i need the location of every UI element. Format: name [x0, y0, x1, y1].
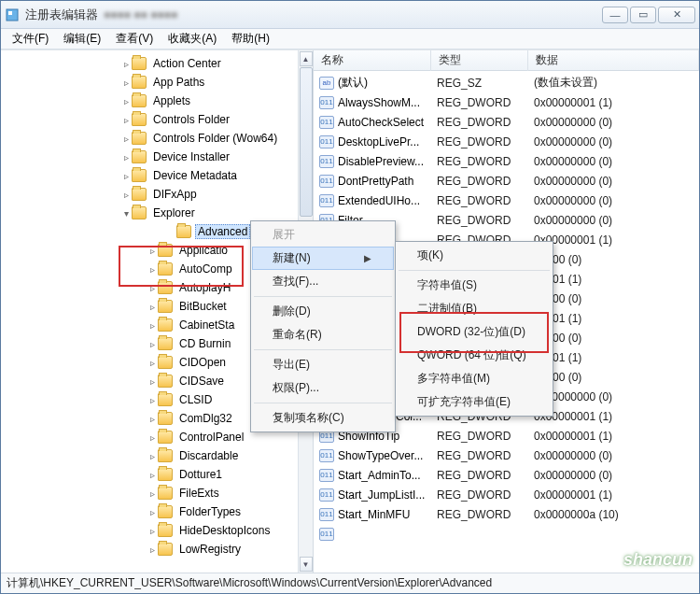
expand-arrow-icon[interactable]: ▹ — [147, 376, 158, 387]
value-row[interactable]: 011DesktopLivePr...REG_DWORD0x00000000 (… — [314, 132, 699, 151]
value-row[interactable]: 011Start_JumpListI...REG_DWORD0x00000001… — [314, 485, 699, 504]
value-row[interactable]: 011 — [314, 524, 699, 544]
expand-arrow-icon[interactable]: ▹ — [147, 544, 158, 555]
folder-icon — [158, 524, 173, 537]
expand-arrow-icon[interactable]: ▾ — [120, 208, 132, 219]
expand-arrow-icon[interactable]: ▹ — [147, 302, 158, 312]
value-row[interactable]: ab(默认)REG_SZ(数值未设置) — [314, 73, 699, 92]
window-controls: — ▭ ✕ — [602, 7, 695, 23]
ctx-new-string[interactable]: 字符串值(S) — [397, 274, 552, 297]
menu-fav[interactable]: 收藏夹(A) — [161, 29, 224, 49]
value-row[interactable]: 011DisablePreview...REG_DWORD0x00000000 … — [314, 151, 699, 171]
expand-arrow-icon[interactable]: ▹ — [147, 432, 158, 443]
tree-item[interactable]: ▹Dotture1 — [8, 465, 313, 484]
expand-arrow-icon[interactable]: ▹ — [147, 395, 158, 405]
expand-arrow-icon[interactable]: ▹ — [147, 283, 158, 293]
ctx-expand[interactable]: 展开 — [252, 223, 394, 247]
value-data: 0x00000000 (0) — [534, 469, 699, 482]
ctx-new-label: 新建(N) — [273, 250, 311, 266]
ctx-rename[interactable]: 重命名(R) — [252, 323, 394, 346]
scroll-up-icon[interactable]: ▲ — [300, 51, 313, 66]
folder-icon — [132, 57, 147, 70]
close-button[interactable]: ✕ — [658, 7, 695, 23]
col-data[interactable]: 数据 — [528, 50, 699, 71]
tree-item[interactable]: ▹App Paths — [8, 73, 313, 92]
value-row[interactable]: 011Start_MinMFUREG_DWORD0x0000000a (10) — [314, 504, 699, 524]
tree-item[interactable]: ▹DIFxApp — [8, 185, 313, 204]
value-row[interactable]: 011AutoCheckSelectREG_DWORD0x00000000 (0… — [314, 112, 699, 132]
expand-arrow-icon[interactable]: ▹ — [120, 134, 132, 144]
expand-arrow-icon[interactable]: ▹ — [147, 320, 158, 331]
value-data: 0x00000001 (1) — [534, 96, 699, 109]
menu-view[interactable]: 查看(V) — [108, 29, 161, 49]
tree-item[interactable]: ▹Device Metadata — [8, 166, 313, 185]
tree-item[interactable]: ▹Device Installer — [8, 148, 313, 166]
tree-item[interactable]: ▹Applets — [8, 92, 313, 110]
expand-arrow-icon[interactable]: ▹ — [120, 171, 132, 181]
folder-icon — [132, 132, 147, 145]
expand-arrow-icon[interactable]: ▹ — [147, 488, 158, 499]
expand-arrow-icon[interactable]: ▹ — [120, 96, 132, 106]
expand-arrow-icon[interactable]: ▹ — [120, 190, 132, 200]
ctx-new-qword[interactable]: QWORD (64 位)值(Q) — [397, 344, 552, 367]
menu-help[interactable]: 帮助(H) — [224, 29, 277, 49]
status-path: 计算机\HKEY_CURRENT_USER\Software\Microsoft… — [7, 575, 492, 591]
ctx-copykeyname[interactable]: 复制项名称(C) — [252, 406, 394, 430]
ctx-new[interactable]: 新建(N) ▶ — [252, 247, 394, 270]
tree-item[interactable]: ▾Explorer — [8, 204, 313, 222]
ctx-new-dword[interactable]: DWORD (32-位)值(D) — [397, 320, 552, 344]
expand-arrow-icon[interactable]: ▹ — [120, 59, 132, 69]
tree-item[interactable]: ▹LowRegistry — [8, 540, 313, 559]
expand-arrow-icon[interactable]: ▹ — [147, 358, 158, 368]
expand-arrow-icon[interactable]: ▹ — [147, 451, 158, 461]
expand-arrow-icon[interactable]: ▹ — [147, 246, 158, 256]
tree-item[interactable]: ▹FileExts — [8, 484, 313, 502]
context-menu-new: 项(K) 字符串值(S) 二进制值(B) DWORD (32-位)值(D) QW… — [395, 241, 553, 417]
ctx-new-expand[interactable]: 可扩充字符串值(E) — [397, 390, 552, 414]
window-title: 注册表编辑器 — [25, 7, 98, 23]
col-type[interactable]: 类型 — [431, 50, 528, 71]
minimize-button[interactable]: — — [602, 7, 628, 23]
expand-arrow-icon[interactable]: ▹ — [147, 507, 158, 517]
value-name: (默认) — [338, 75, 437, 91]
ctx-find[interactable]: 查找(F)... — [252, 270, 394, 293]
titlebar[interactable]: 注册表编辑器 ■■■■ ■■ ■■■■ — ▭ ✕ — [1, 1, 699, 29]
expand-arrow-icon[interactable]: ▹ — [147, 526, 158, 536]
regedit-icon — [5, 7, 20, 22]
scroll-down-icon[interactable]: ▼ — [300, 557, 313, 572]
value-row[interactable]: 011ExtendedUIHo...REG_DWORD0x00000000 (0… — [314, 191, 699, 210]
value-row[interactable]: 011DontPrettyPathREG_DWORD0x00000000 (0) — [314, 171, 699, 191]
value-row[interactable]: 011Start_AdminTo...REG_DWORD0x00000000 (… — [314, 465, 699, 485]
ctx-export[interactable]: 导出(E) — [252, 353, 394, 376]
value-row[interactable]: 011AlwaysShowM...REG_DWORD0x00000001 (1) — [314, 92, 699, 112]
value-row[interactable]: 011ShowTypeOver...REG_DWORD0x00000000 (0… — [314, 446, 699, 465]
tree-item[interactable]: ▹HideDesktopIcons — [8, 521, 313, 540]
ctx-permissions[interactable]: 权限(P)... — [252, 376, 394, 400]
expand-arrow-icon[interactable]: ▹ — [120, 115, 132, 125]
expand-arrow-icon[interactable]: ▹ — [147, 339, 158, 349]
col-name[interactable]: 名称 — [314, 50, 431, 71]
ctx-sep — [399, 270, 550, 271]
expand-arrow-icon[interactable]: ▹ — [147, 264, 158, 275]
expand-arrow-icon[interactable]: ▹ — [120, 152, 132, 163]
ctx-new-multi[interactable]: 多字符串值(M) — [397, 367, 552, 390]
tree-item[interactable]: ▹Discardable — [8, 446, 313, 465]
tree-item[interactable]: ▹FolderTypes — [8, 502, 313, 521]
value-data: 00000 (0) — [534, 371, 699, 384]
tree-label: BitBucket — [176, 299, 230, 314]
folder-icon — [158, 468, 173, 481]
expand-arrow-icon[interactable]: ▹ — [120, 78, 132, 88]
ctx-new-key[interactable]: 项(K) — [397, 244, 552, 267]
tree-label: AutoComp — [176, 262, 235, 276]
expand-arrow-icon[interactable]: ▹ — [147, 414, 158, 424]
tree-item[interactable]: ▹Controls Folder (Wow64) — [8, 129, 313, 148]
menu-file[interactable]: 文件(F) — [5, 29, 56, 49]
menu-edit[interactable]: 编辑(E) — [56, 29, 108, 49]
tree-item[interactable]: ▹Action Center — [8, 54, 313, 73]
ctx-delete[interactable]: 删除(D) — [252, 300, 394, 323]
maximize-button[interactable]: ▭ — [630, 7, 656, 23]
ctx-new-binary[interactable]: 二进制值(B) — [397, 297, 552, 320]
tree-item[interactable]: ▹Controls Folder — [8, 110, 313, 129]
scroll-thumb[interactable] — [300, 67, 313, 217]
expand-arrow-icon[interactable]: ▹ — [147, 470, 158, 480]
